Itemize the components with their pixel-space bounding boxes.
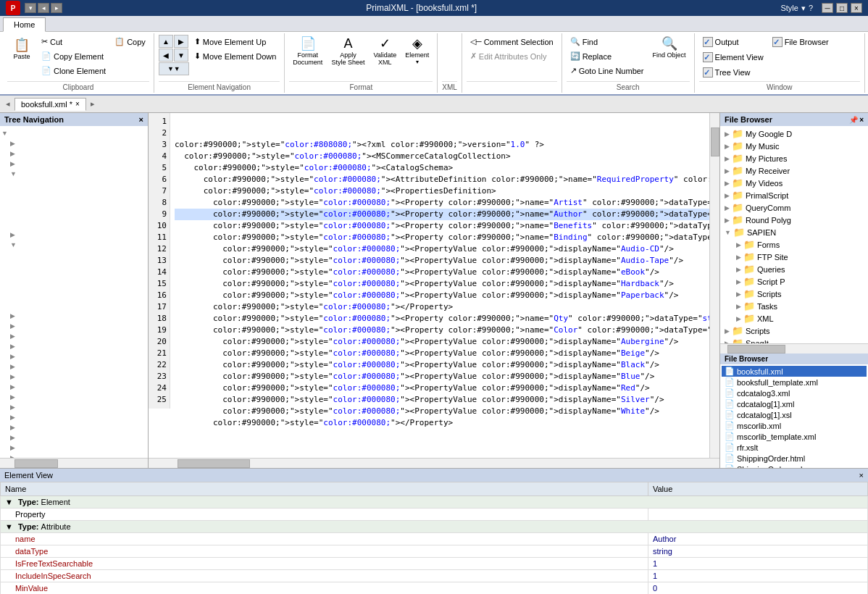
tree-item[interactable]: [1, 300, 146, 310]
file-tree-folder[interactable]: ▶📁XML: [722, 312, 867, 325]
tree-item[interactable]: [1, 198, 146, 209]
file-tree-folder[interactable]: ▶📁PrimalScript: [722, 189, 867, 201]
edit-attributes-button[interactable]: ✗ Edit Attributes Only: [467, 49, 557, 63]
file-tree-hscroll-thumb[interactable]: [727, 345, 785, 354]
editor-vscroll[interactable]: [709, 113, 719, 458]
file-tree-folder[interactable]: ▶📁My Videos: [722, 177, 867, 189]
file-list-item[interactable]: 📄booksfull.xml: [722, 366, 867, 377]
tree-item[interactable]: ▶: [1, 330, 146, 340]
tree-item[interactable]: [1, 188, 146, 198]
file-tree-folder[interactable]: ▶📁My Receiver: [722, 164, 867, 177]
tree-item[interactable]: ▶: [1, 320, 146, 330]
tree-item[interactable]: ▶: [1, 310, 146, 320]
doc-tab-booksfull[interactable]: booksfull.xml * ×: [14, 98, 86, 111]
editor-area[interactable]: 1234567891011121314151617181920212223242…: [149, 113, 719, 458]
editor-vscroll-thumb[interactable]: [711, 127, 719, 156]
cut-button[interactable]: ✂ Cut: [38, 35, 109, 49]
tabs-left-arrow[interactable]: ◂: [3, 99, 13, 109]
file-tree-folder[interactable]: ▶📁My Pictures: [722, 152, 867, 164]
minimize-btn[interactable]: ─: [822, 3, 833, 13]
tree-item[interactable]: [1, 290, 146, 300]
tree-item[interactable]: ▶: [1, 411, 146, 422]
move-down-button[interactable]: ⬇ Move Element Down: [191, 49, 280, 63]
system-menu-btn[interactable]: ▾: [25, 3, 36, 13]
file-tree-folder[interactable]: ▶📁Queries: [722, 263, 867, 275]
tree-nav-close-btn[interactable]: ×: [139, 115, 143, 124]
file-list-item[interactable]: 📄booksfull_template.xml: [722, 377, 867, 388]
move-up-button[interactable]: ⬆ Move Element Up: [191, 35, 280, 49]
tree-hscroll-thumb[interactable]: [14, 459, 58, 468]
tree-item[interactable]: ▶: [1, 371, 146, 381]
comment-selection-button[interactable]: ◁─ Comment Selection: [467, 35, 557, 49]
tabs-right-arrow[interactable]: ▸: [88, 99, 98, 109]
tree-item[interactable]: ▶: [1, 381, 146, 391]
tree-item[interactable]: ▶: [1, 148, 146, 158]
tree-item[interactable]: [1, 269, 146, 280]
file-list-item[interactable]: 📄ShippingOrder.html: [722, 453, 867, 464]
file-list-item[interactable]: 📄cdcatalog[1].xml: [722, 398, 867, 409]
tree-item[interactable]: [1, 219, 146, 229]
file-browser-close-btn[interactable]: ×: [859, 116, 864, 124]
tree-hscroll[interactable]: [0, 458, 148, 468]
file-list-item[interactable]: 📄mscorlib.xml: [722, 420, 867, 431]
replace-button[interactable]: 🔄 Replace: [567, 49, 648, 63]
file-list[interactable]: 📄booksfull.xml📄booksfull_template.xml📄cd…: [720, 364, 868, 468]
paste-button[interactable]: 📋 Paste: [7, 35, 36, 64]
clone-element-button[interactable]: 📄 Clone Element: [38, 64, 109, 78]
find-button[interactable]: 🔍 Find: [567, 35, 648, 49]
copy-element-button[interactable]: 📄 Copy Element: [38, 49, 109, 63]
nav-left-btn[interactable]: ◀: [159, 49, 173, 62]
file-tree-folder[interactable]: ▼📁SAPIEN: [722, 226, 867, 238]
file-tree-folder[interactable]: ▶📁Script P: [722, 275, 867, 288]
nav-right-btn[interactable]: ▶: [174, 35, 188, 48]
file-list-item[interactable]: 📄cdcatalog3.xml: [722, 388, 867, 398]
close-btn[interactable]: ×: [851, 3, 862, 13]
nav-down-btn[interactable]: ▼: [174, 49, 188, 62]
file-tree-folder[interactable]: ▶📁FTP Site: [722, 251, 867, 263]
tree-item[interactable]: ▶: [1, 138, 146, 148]
output-checkbox[interactable]: ✓ Output: [699, 35, 767, 49]
file-tree-folder[interactable]: ▶📁Scripts: [722, 288, 867, 300]
tree-item[interactable]: [1, 249, 146, 259]
tree-item[interactable]: ▼: [1, 239, 146, 249]
tree-item[interactable]: ▶: [1, 351, 146, 361]
file-list-item[interactable]: 📄ShippingOrder.xml: [722, 464, 867, 468]
back-btn[interactable]: ◂: [38, 3, 49, 13]
section-expand-icon[interactable]: ▼: [5, 522, 13, 531]
file-tree-folder[interactable]: ▶📁My Google D: [722, 127, 867, 140]
doc-tab-close[interactable]: ×: [75, 100, 80, 108]
apply-style-sheet-button[interactable]: A Apply Style Sheet: [327, 35, 368, 68]
tree-item[interactable]: [1, 280, 146, 290]
tab-home[interactable]: Home: [3, 17, 46, 32]
file-tree-hscroll[interactable]: [720, 343, 868, 354]
file-tree-folder[interactable]: ▶📁Round Polyg: [722, 214, 867, 226]
tree-item[interactable]: ▶: [1, 432, 146, 442]
tree-item[interactable]: ▶: [1, 452, 146, 458]
file-list-item[interactable]: 📄rfr.xslt: [722, 442, 867, 453]
nav-up-btn[interactable]: ▲: [159, 35, 173, 48]
file-list-item[interactable]: 📄cdcatalog[1].xsl: [722, 409, 867, 420]
tree-item[interactable]: ▶: [1, 340, 146, 351]
file-tree-folder[interactable]: ▶📁QueryComm: [722, 201, 867, 214]
nav-down2-btn[interactable]: ▼▼: [159, 62, 189, 75]
element-table-scroll[interactable]: Name Value ▼ Type: ElementProperty▼ Type…: [0, 482, 868, 594]
tree-item[interactable]: [1, 259, 146, 269]
tree-item[interactable]: ▶: [1, 361, 146, 371]
file-tree-folder[interactable]: ▶📁Tasks: [722, 300, 867, 312]
file-browser-pin-btn[interactable]: 📌: [849, 116, 858, 124]
validate-xml-button[interactable]: ✓ Validate XML: [370, 35, 400, 68]
editor-hscroll[interactable]: [149, 458, 719, 468]
tree-item[interactable]: ▼: [1, 127, 146, 138]
tree-item[interactable]: ▶: [1, 391, 146, 401]
section-expand-icon[interactable]: ▼: [5, 498, 13, 506]
copy-button[interactable]: 📋 Copy: [111, 35, 149, 49]
goto-line-button[interactable]: ↗ Goto Line Number: [567, 64, 648, 78]
tree-item[interactable]: ▶: [1, 401, 146, 411]
tree-view-checkbox[interactable]: ✓ Tree View: [699, 65, 767, 80]
format-document-button[interactable]: 📄 Format Document: [289, 35, 326, 68]
file-tree-folder[interactable]: ▶📁My Music: [722, 140, 867, 152]
tree-item[interactable]: ▶: [1, 229, 146, 239]
file-tree-folder[interactable]: ▶📁SnagIt: [722, 337, 867, 343]
file-tree-folder[interactable]: ▶📁Forms: [722, 238, 867, 251]
tree-item[interactable]: [1, 209, 146, 219]
